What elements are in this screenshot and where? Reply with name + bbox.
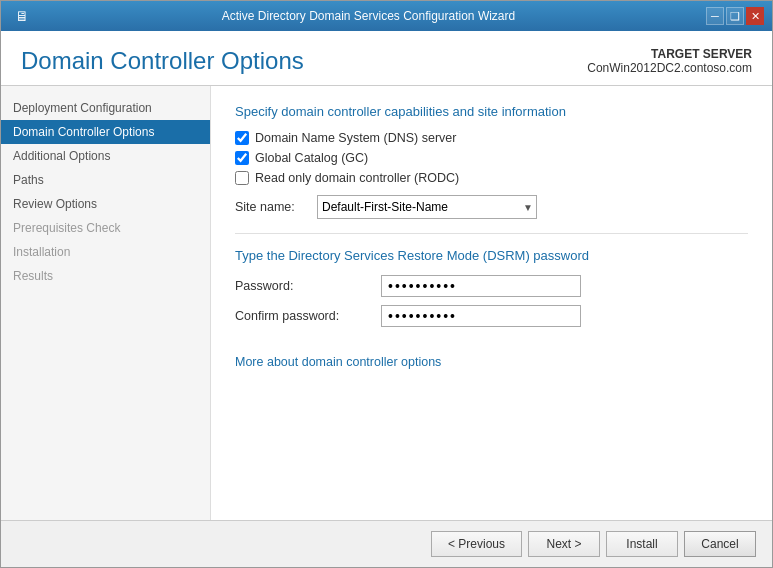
- password-row: Password:: [235, 275, 748, 297]
- close-button[interactable]: ✕: [746, 7, 764, 25]
- rodc-label: Read only domain controller (RODC): [255, 171, 459, 185]
- confirm-password-label: Confirm password:: [235, 309, 365, 323]
- target-server-label: TARGET SERVER: [651, 47, 752, 61]
- sidebar: Deployment Configuration Domain Controll…: [1, 86, 211, 520]
- sidebar-item-paths[interactable]: Paths: [1, 168, 210, 192]
- restore-button[interactable]: ❑: [726, 7, 744, 25]
- page-title: Domain Controller Options: [21, 47, 304, 75]
- confirm-password-input[interactable]: [381, 305, 581, 327]
- next-button[interactable]: Next >: [528, 531, 600, 557]
- window-title: Active Directory Domain Services Configu…: [31, 9, 706, 23]
- content-area: Deployment Configuration Domain Controll…: [1, 86, 772, 520]
- site-name-select-wrapper: Default-First-Site-Name ▼: [317, 195, 537, 219]
- footer: < Previous Next > Install Cancel: [1, 520, 772, 567]
- section-divider: [235, 233, 748, 234]
- more-about-link[interactable]: More about domain controller options: [235, 355, 441, 369]
- dns-label: Domain Name System (DNS) server: [255, 131, 456, 145]
- previous-button[interactable]: < Previous: [431, 531, 522, 557]
- install-button[interactable]: Install: [606, 531, 678, 557]
- sidebar-item-deployment-configuration[interactable]: Deployment Configuration: [1, 96, 210, 120]
- gc-label: Global Catalog (GC): [255, 151, 368, 165]
- dsrm-title: Type the Directory Services Restore Mode…: [235, 248, 748, 263]
- confirm-password-row: Confirm password:: [235, 305, 748, 327]
- sidebar-item-installation: Installation: [1, 240, 210, 264]
- rodc-checkbox-row: Read only domain controller (RODC): [235, 171, 748, 185]
- site-name-label: Site name:: [235, 200, 305, 214]
- app-icon: 🖥: [13, 7, 31, 25]
- dns-checkbox-row: Domain Name System (DNS) server: [235, 131, 748, 145]
- dns-checkbox[interactable]: [235, 131, 249, 145]
- main-window: 🖥 Active Directory Domain Services Confi…: [0, 0, 773, 568]
- titlebar: 🖥 Active Directory Domain Services Confi…: [1, 1, 772, 31]
- password-input[interactable]: [381, 275, 581, 297]
- site-name-select[interactable]: Default-First-Site-Name: [317, 195, 537, 219]
- page-header: Domain Controller Options TARGET SERVER …: [1, 31, 772, 86]
- target-server-info: TARGET SERVER ConWin2012DC2.contoso.com: [587, 47, 752, 75]
- rodc-checkbox[interactable]: [235, 171, 249, 185]
- sidebar-item-domain-controller-options[interactable]: Domain Controller Options: [1, 120, 210, 144]
- window-controls: ─ ❑ ✕: [706, 7, 764, 25]
- minimize-button[interactable]: ─: [706, 7, 724, 25]
- sidebar-item-additional-options[interactable]: Additional Options: [1, 144, 210, 168]
- password-label: Password:: [235, 279, 365, 293]
- sidebar-item-review-options[interactable]: Review Options: [1, 192, 210, 216]
- target-server-name: ConWin2012DC2.contoso.com: [587, 61, 752, 75]
- main-panel: Specify domain controller capabilities a…: [211, 86, 772, 520]
- capabilities-title: Specify domain controller capabilities a…: [235, 104, 748, 119]
- gc-checkbox-row: Global Catalog (GC): [235, 151, 748, 165]
- cancel-button[interactable]: Cancel: [684, 531, 756, 557]
- site-name-row: Site name: Default-First-Site-Name ▼: [235, 195, 748, 219]
- sidebar-item-results: Results: [1, 264, 210, 288]
- sidebar-item-prerequisites-check: Prerequisites Check: [1, 216, 210, 240]
- gc-checkbox[interactable]: [235, 151, 249, 165]
